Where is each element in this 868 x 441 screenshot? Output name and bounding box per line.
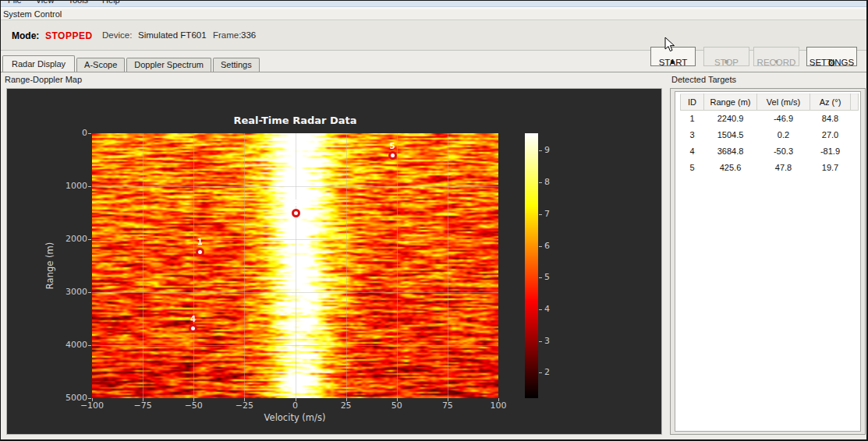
x-tick-mark (92, 398, 93, 401)
colorbar-tick-label: 7 (544, 209, 560, 219)
colorbar-tick-label: 8 (544, 177, 560, 187)
x-tick-mark (346, 398, 347, 401)
frame-value: 336 (241, 30, 256, 40)
colorbar (525, 133, 538, 398)
y-tick-mark (88, 239, 91, 240)
target-marker-label: 1 (192, 238, 207, 246)
colorbar-tick-mark (539, 246, 542, 247)
y-tick-mark (88, 345, 91, 346)
colorbar-tick-label: 2 (544, 367, 560, 377)
device-label: Device: (102, 30, 132, 40)
table-row[interactable]: 31504.50.227.0 (681, 127, 859, 143)
button-label: RECORD (757, 58, 796, 67)
target-marker (388, 151, 397, 160)
column-header-az-[interactable]: Az (°) (810, 94, 851, 111)
x-tick-mark (193, 398, 194, 401)
table-cell: 1 (681, 111, 704, 127)
system-control-panel: Mode: STOPPED Device: Simulated FT601 Fr… (1, 20, 866, 51)
mode-label: Mode: (12, 30, 39, 41)
x-axis-label: Velocity (m/s) (217, 412, 373, 423)
tab-doppler-spectrum[interactable]: Doppler Spectrum (126, 58, 211, 72)
table-cell: -46.9 (757, 111, 810, 127)
frame-label: Frame: (213, 30, 241, 40)
target-marker-label: 4 (185, 315, 200, 323)
x-tick-label: −25 (225, 400, 264, 411)
y-tick-label: 0 (52, 128, 87, 138)
x-tick-mark (296, 398, 296, 401)
target-marker (292, 209, 300, 217)
table-row[interactable]: 12240.9-46.984.8 (681, 111, 859, 127)
button-label: SETTINGS (810, 58, 855, 67)
y-tick-label: 2000 (52, 234, 87, 244)
y-tick-mark (88, 133, 91, 134)
table-cell (851, 160, 859, 176)
tab-a-scope[interactable]: A-Scope (76, 58, 125, 72)
button-label: STOP (714, 58, 739, 67)
table-cell (851, 111, 859, 127)
target-marker-label: 5 (384, 142, 400, 150)
target-marker (189, 324, 197, 333)
table-cell: 3 (681, 127, 704, 143)
range-doppler-group-label: Range-Doppler Map (5, 75, 82, 84)
y-tick-label: 5000 (52, 393, 87, 403)
menu-item-tools[interactable]: Tools (61, 1, 95, 7)
colorbar-tick-label: 3 (544, 336, 560, 346)
tab-bar: Radar DisplayA-ScopeDoppler SpectrumSett… (2, 54, 261, 72)
table-cell: 2240.9 (704, 111, 757, 127)
targets-table[interactable]: IDRange (m)Vel (m/s)Az (°) 12240.9-46.98… (680, 93, 859, 176)
stop-button: ■STOP (703, 47, 749, 66)
table-cell: 84.8 (810, 111, 851, 127)
table-cell (851, 143, 859, 160)
target-marker (196, 248, 204, 256)
colorbar-tick-mark (539, 277, 542, 278)
chart-title: Real-Time Radar Data (92, 115, 498, 126)
x-tick-mark (143, 398, 143, 401)
colorbar-tick-label: 4 (544, 304, 560, 314)
table-row[interactable]: 43684.8-50.3-81.9 (681, 143, 859, 160)
colorbar-tick-mark (539, 372, 542, 373)
table-cell: 1504.5 (704, 127, 757, 143)
menu-item-view[interactable]: View (29, 1, 62, 7)
menu-item-file[interactable]: File (1, 1, 29, 7)
y-tick-mark (88, 292, 91, 293)
table-cell: 3684.8 (704, 143, 757, 160)
x-tick-label: 25 (327, 400, 366, 411)
y-tick-label: 1000 (52, 181, 87, 191)
table-cell: 19.7 (810, 160, 851, 176)
tab-radar-display[interactable]: Radar Display (2, 55, 75, 72)
mouse-cursor (664, 37, 676, 53)
table-cell: 5 (681, 160, 704, 176)
menu-item-help[interactable]: Help (95, 1, 127, 7)
column-header-range-m-[interactable]: Range (m) (704, 94, 757, 111)
colorbar-tick-mark (539, 341, 542, 342)
colorbar-tick-mark (539, 309, 542, 310)
column-header-filler (851, 94, 859, 111)
x-tick-label: 100 (479, 400, 518, 411)
column-header-id[interactable]: ID (681, 94, 704, 111)
radar-app-window: FileViewToolsHelp System Control Mode: S… (0, 0, 868, 441)
table-cell: 27.0 (810, 127, 851, 143)
column-header-vel-m-s-[interactable]: Vel (m/s) (757, 94, 810, 111)
y-tick-mark (88, 398, 91, 399)
target-marker-label: 3 (288, 199, 303, 207)
x-tick-label: −50 (174, 400, 213, 411)
x-tick-label: −75 (123, 400, 162, 411)
table-cell: -50.3 (757, 143, 810, 160)
y-tick-label: 4000 (52, 340, 87, 350)
colorbar-tick-label: 9 (544, 145, 560, 155)
table-cell: 47.8 (757, 160, 810, 176)
x-tick-label: 0 (276, 400, 315, 411)
x-tick-mark (397, 398, 398, 401)
settings-button[interactable]: ⚙SETTINGS (806, 47, 857, 66)
y-tick-label: 3000 (52, 287, 87, 297)
table-cell: 425.6 (704, 160, 757, 176)
table-cell: -81.9 (810, 143, 851, 160)
x-tick-label: 75 (428, 400, 467, 411)
table-row[interactable]: 5425.647.819.7 (681, 160, 859, 176)
mode-value: STOPPED (45, 30, 93, 41)
tab-settings[interactable]: Settings (213, 58, 260, 72)
colorbar-tick-label: 5 (544, 272, 560, 282)
colorbar-tick-label: 6 (544, 241, 560, 251)
record-button: ●RECORD (753, 47, 799, 66)
table-cell: 4 (681, 143, 704, 160)
